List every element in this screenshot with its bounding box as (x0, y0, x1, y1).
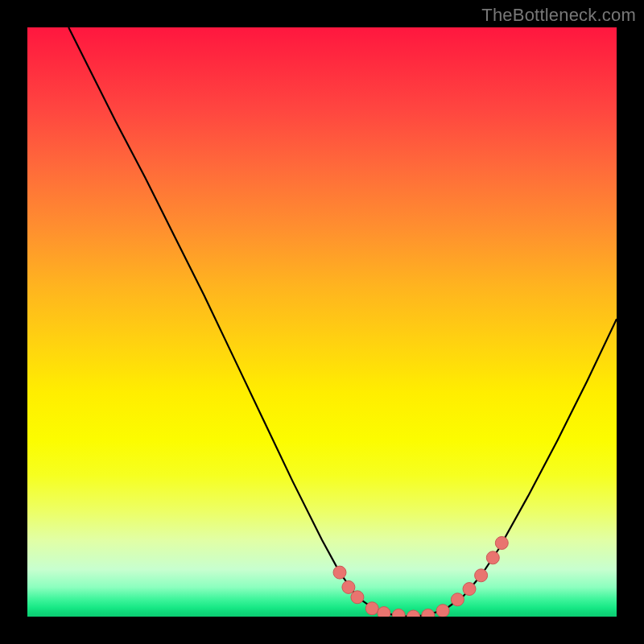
trough-marker (495, 537, 508, 550)
trough-marker (351, 591, 364, 604)
trough-marker (486, 551, 499, 564)
trough-marker (392, 609, 405, 617)
trough-marker (342, 580, 355, 593)
trough-markers (333, 537, 508, 617)
watermark-text: TheBottleneck.com (481, 5, 636, 26)
trough-marker (422, 609, 435, 617)
chart-svg (27, 27, 617, 617)
trough-marker (463, 583, 476, 596)
trough-marker (451, 593, 464, 606)
plot-area (27, 27, 617, 617)
trough-marker (436, 605, 449, 617)
trough-marker (475, 569, 488, 582)
chart-frame: TheBottleneck.com (0, 0, 644, 644)
trough-marker (407, 610, 420, 617)
bottleneck-curve (68, 27, 617, 617)
trough-marker (378, 607, 390, 617)
trough-marker (333, 566, 346, 579)
trough-marker (365, 602, 378, 615)
